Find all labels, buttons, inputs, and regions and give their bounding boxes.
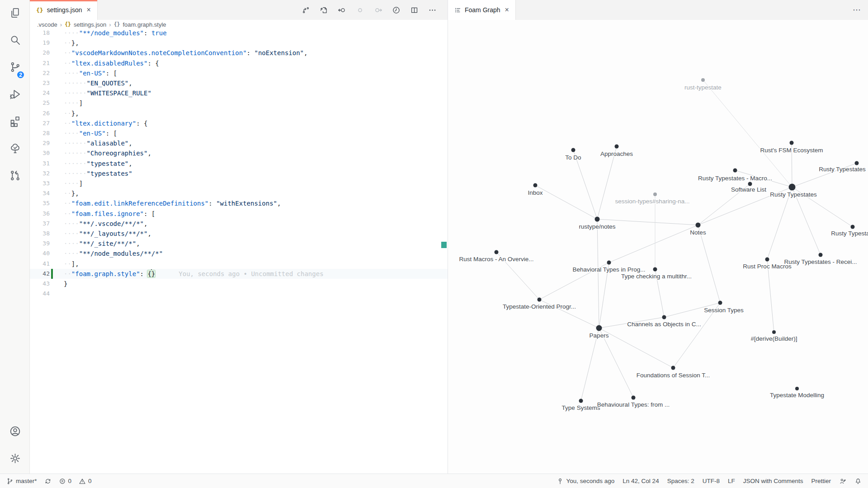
activity-search-button[interactable] [0, 27, 30, 54]
graph-node-typestate-oriented[interactable] [538, 298, 542, 302]
timeline-icon[interactable] [392, 5, 401, 14]
graph-node-rt-topright[interactable] [855, 161, 859, 165]
status-branch[interactable]: master* [6, 478, 37, 485]
close-icon[interactable]: × [504, 6, 510, 14]
graph-node-rustype-notes[interactable] [595, 217, 600, 222]
code-line-25[interactable]: 25····] [30, 98, 448, 108]
code-line-19[interactable]: 19··}, [30, 38, 448, 48]
status-eol[interactable]: LF [728, 478, 735, 484]
feedback-icon [839, 478, 846, 485]
foam-graph-canvas[interactable]: rust-typestateRust's FSM EcosystemRusty … [448, 20, 868, 474]
code-line-35[interactable]: 35··"foam.edit.linkReferenceDefinitions"… [30, 198, 448, 208]
graph-node-foundations[interactable] [671, 366, 675, 370]
graph-node-papers[interactable] [596, 325, 602, 331]
activity-source-control-button[interactable]: 2 [0, 54, 30, 81]
status-sync[interactable] [44, 478, 52, 485]
graph-node-rt-macro[interactable] [733, 169, 737, 173]
graph-node-label: Rusty Typestates [819, 166, 866, 173]
code-line-40[interactable]: 40····"**/node_modules/**/*" [30, 249, 448, 258]
graph-node-rusts-fsm[interactable] [790, 141, 794, 145]
graph-node-session-types[interactable] [653, 192, 657, 196]
breadcrumb-file[interactable]: settings.json [74, 21, 106, 28]
code-line-31[interactable]: 31······"typestate", [30, 159, 448, 169]
activity-settings-button[interactable] [0, 446, 30, 473]
status-warnings[interactable]: 0 [79, 478, 92, 485]
code-line-26[interactable]: 26··}, [30, 108, 448, 118]
status-cursor-position[interactable]: Ln 42, Col 24 [623, 478, 659, 484]
graph-node-rust-macros[interactable] [495, 250, 499, 254]
code-line-24[interactable]: 24······"WHITESPACE_RULE" [30, 88, 448, 98]
code-line-23[interactable]: 23······"EN_QUOTES", [30, 78, 448, 88]
graph-node-notes[interactable] [696, 223, 701, 228]
status-blame[interactable]: You, seconds ago [557, 478, 614, 485]
activity-tree-check-button[interactable] [0, 136, 30, 163]
code-line-22[interactable]: 22····"en-US": [ [30, 68, 448, 78]
graph-node-behavioural[interactable] [632, 396, 636, 400]
code-line-43[interactable]: 43} [30, 279, 448, 289]
code-line-20[interactable]: 20··"vscodeMarkdownNotes.noteCompletionC… [30, 48, 448, 58]
more-actions-icon[interactable]: ⋯ [853, 0, 861, 20]
graph-node-rt-rightedge[interactable] [851, 225, 855, 229]
graph-node-typestate-modelling[interactable] [795, 387, 799, 390]
code-editor[interactable]: 18····"**/node_modules": true19··},20··"… [30, 29, 448, 474]
close-icon[interactable]: × [85, 6, 91, 14]
code-line-39[interactable]: 39····"**/_site/**/*", [30, 239, 448, 249]
code-line-33[interactable]: 33····] [30, 178, 448, 188]
graph-node-software-list[interactable] [748, 182, 752, 186]
code-line-28[interactable]: 28····"en-US": [ [30, 128, 448, 138]
status-feedback[interactable] [839, 478, 846, 485]
open-changes-file-icon[interactable] [319, 5, 328, 14]
activity-account-button[interactable] [0, 418, 30, 446]
status-notifications[interactable] [854, 478, 862, 485]
circle-icon[interactable] [355, 5, 364, 14]
status-label: 0 [88, 478, 92, 484]
graph-node-behavioral[interactable] [607, 261, 611, 265]
editor-toolbar [301, 0, 437, 20]
breadcrumb-symbol[interactable]: foam.graph.style [123, 21, 166, 28]
activity-run-debug-button[interactable] [0, 81, 30, 108]
graph-node-derive-builder[interactable] [772, 330, 776, 334]
status-indentation[interactable]: Spaces: 2 [667, 478, 694, 484]
split-editor-icon[interactable] [410, 5, 419, 14]
tab-foam-graph[interactable]: Foam Graph × [448, 0, 516, 20]
graph-node-rt-recei[interactable] [819, 253, 823, 257]
code-line-36[interactable]: 36··"foam.files.ignore": [ [30, 209, 448, 219]
code-line-27[interactable]: 27··"ltex.dictionary": { [30, 118, 448, 128]
code-line-18[interactable]: 18····"**/node_modules": true [30, 29, 448, 38]
code-line-29[interactable]: 29······"aliasable", [30, 138, 448, 148]
more-actions-icon[interactable] [428, 5, 437, 14]
graph-node-rust-typestate[interactable] [701, 78, 705, 82]
status-encoding[interactable]: UTF-8 [703, 478, 720, 484]
graph-node-session-types-note[interactable] [718, 301, 722, 305]
graph-node-inbox[interactable] [533, 183, 538, 188]
graph-node-channels[interactable] [662, 315, 666, 319]
graph-node-todo[interactable] [571, 148, 576, 152]
activity-explorer-button[interactable] [0, 0, 30, 27]
code-line-34[interactable]: 34··}, [30, 188, 448, 198]
status-language-mode[interactable]: JSON with Comments [743, 478, 803, 484]
next-change-icon[interactable] [373, 5, 382, 14]
status-formatter[interactable]: Prettier [811, 478, 831, 484]
code-line-21[interactable]: 21··"ltex.disabledRules": { [30, 58, 448, 68]
graph-node-approaches[interactable] [615, 145, 619, 149]
code-line-32[interactable]: 32······"typestates" [30, 169, 448, 178]
code-line-30[interactable]: 30······"Choreographies", [30, 148, 448, 158]
previous-change-icon[interactable] [337, 5, 346, 14]
graph-node-type-systems[interactable] [579, 399, 583, 403]
code-line-42[interactable]: 42··"foam.graph.style": {}You, seconds a… [30, 269, 448, 279]
line-number: 42 [30, 269, 50, 279]
activity-extensions-button[interactable] [0, 108, 30, 136]
tab-settings-json[interactable]: {} settings.json × [30, 0, 98, 20]
graph-node-type-checking[interactable] [653, 267, 657, 272]
compare-changes-icon[interactable] [301, 5, 310, 14]
code-line-41[interactable]: 41··], [30, 259, 448, 269]
code-line-44[interactable]: 44 [30, 289, 448, 299]
code-line-38[interactable]: 38····"**/_layouts/**/*", [30, 229, 448, 239]
graph-node-rust-proc[interactable] [765, 258, 769, 262]
code-line-37[interactable]: 37····"**/.vscode/**/*", [30, 219, 448, 229]
status-errors[interactable]: 0 [59, 478, 72, 485]
tree-check-icon [9, 142, 21, 156]
breadcrumb-folder[interactable]: .vscode [37, 21, 57, 28]
graph-node-hub[interactable] [789, 184, 796, 191]
activity-pull-requests-button[interactable] [0, 163, 30, 190]
